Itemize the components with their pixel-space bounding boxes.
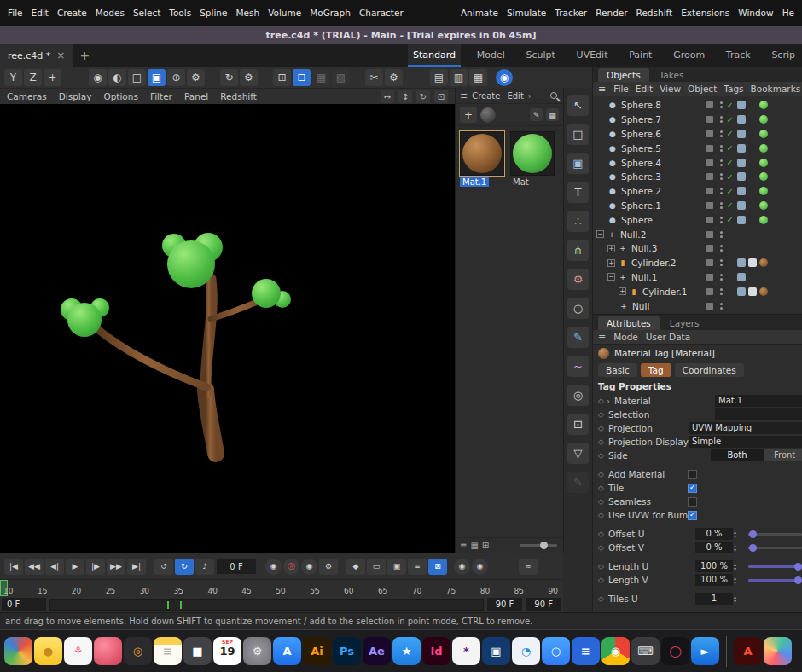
cyberduck-icon[interactable]: ● <box>34 637 62 665</box>
expander-icon[interactable]: − <box>607 273 615 281</box>
document-tab[interactable]: ree.c4d * × <box>0 44 73 67</box>
attribute-value-field[interactable] <box>715 408 802 420</box>
slider-knob[interactable] <box>794 576 802 584</box>
uvw-tag-icon[interactable] <box>748 258 757 267</box>
viewport-menu-item[interactable]: Display <box>59 91 92 101</box>
add-tab-button[interactable]: + <box>73 44 96 67</box>
new-material-button[interactable]: + <box>460 107 477 123</box>
animation-diamond-icon[interactable] <box>598 451 604 460</box>
spinner-arrows[interactable] <box>734 594 741 603</box>
render-region-icon[interactable]: ◐ <box>108 69 126 86</box>
expand-arrow-icon[interactable] <box>607 397 610 406</box>
illustrator-icon[interactable]: Ai <box>303 637 331 665</box>
object-name[interactable]: Sphere <box>621 215 653 225</box>
layout-c-icon[interactable]: ▦ <box>469 69 487 86</box>
phong-tag-icon[interactable] <box>737 287 746 296</box>
material-menu-item[interactable]: Edit <box>507 91 523 101</box>
section-tab[interactable]: Coordinates <box>675 363 744 377</box>
next-key-button[interactable]: ▶▶ <box>107 559 125 575</box>
enabled-check-icon[interactable] <box>727 101 734 110</box>
menu-item[interactable]: Modes <box>91 8 129 18</box>
search-icon[interactable] <box>550 92 557 99</box>
panel-menu-icon[interactable]: ≡ <box>598 332 606 343</box>
autokey-icon[interactable]: Ⓐ <box>283 559 299 575</box>
ipr-window-icon[interactable]: □ <box>128 69 146 86</box>
enabled-check-icon[interactable] <box>727 200 734 210</box>
material-menu-item[interactable]: Create <box>472 91 500 101</box>
phong-tag-icon[interactable] <box>737 258 746 267</box>
range-max-field[interactable]: 90 F <box>526 598 561 611</box>
enabled-check-icon[interactable] <box>727 143 734 153</box>
layout-tab[interactable]: Paint <box>624 44 657 67</box>
snap-icon[interactable]: ⊟ <box>293 69 311 86</box>
animation-diamond-icon[interactable] <box>598 576 604 584</box>
gear-icon[interactable]: ⚙ <box>567 269 589 290</box>
phong-tag-icon[interactable] <box>737 159 746 167</box>
menu-item[interactable]: Mesh <box>231 8 264 18</box>
docs-app-icon[interactable]: ≡ <box>572 637 600 665</box>
viewport-menu-item[interactable]: Panel <box>184 91 208 101</box>
object-name[interactable]: Null.2 <box>620 229 646 240</box>
play-button[interactable]: ▶ <box>66 559 84 575</box>
checkbox[interactable] <box>688 484 697 493</box>
object-row[interactable]: ● Sphere.2 <box>593 184 802 199</box>
knife-icon[interactable]: ✂ <box>365 69 383 86</box>
expander-icon[interactable]: + <box>619 287 626 295</box>
chrome-icon[interactable]: ◉ <box>602 637 630 665</box>
object-row[interactable]: − + Null.1 <box>593 270 802 285</box>
range-start-field[interactable]: 0 F <box>2 598 46 611</box>
slider-knob[interactable] <box>749 544 757 552</box>
points-mode-icon[interactable]: ∴ <box>567 211 589 232</box>
material-tag-icon[interactable] <box>759 201 768 210</box>
enabled-check-icon[interactable] <box>727 115 734 125</box>
menu-item[interactable]: File <box>3 8 27 18</box>
after-effects-icon[interactable]: Ae <box>363 637 391 665</box>
phong-tag-icon[interactable] <box>737 115 746 124</box>
material-tag-icon[interactable] <box>759 187 768 195</box>
layer-color-chip[interactable] <box>706 159 713 166</box>
object-row[interactable]: ● Sphere <box>593 212 802 227</box>
animation-diamond-icon[interactable] <box>598 410 604 419</box>
colorgrid-app-icon[interactable] <box>764 637 792 665</box>
position-key-icon[interactable]: ◆ <box>346 559 365 575</box>
uvw-tag-icon[interactable] <box>748 287 757 296</box>
animation-diamond-icon[interactable] <box>598 562 604 571</box>
modeling-settings-icon[interactable]: ⚙ <box>385 69 403 86</box>
snap-settings-icon[interactable]: ▧ <box>332 69 350 86</box>
layer-color-chip[interactable] <box>706 303 713 310</box>
blue-app-icon[interactable]: ★ <box>392 637 421 665</box>
object-name[interactable]: Sphere.5 <box>621 143 661 154</box>
slack-icon[interactable]: * <box>452 637 480 665</box>
expander-icon[interactable]: + <box>607 245 615 252</box>
enabled-check-icon[interactable] <box>727 158 734 167</box>
menu-item[interactable]: Select <box>129 8 165 18</box>
material-tag-icon[interactable] <box>759 115 768 124</box>
visibility-dots-icon[interactable] <box>720 116 723 123</box>
menu-item[interactable]: Tracker <box>550 8 591 18</box>
fcurve-icon[interactable]: ≈ <box>519 559 538 575</box>
visibility-dots-icon[interactable] <box>720 145 723 152</box>
object-menu-item[interactable]: File <box>613 84 629 94</box>
viewport-3d[interactable] <box>0 104 455 553</box>
launchpad-icon[interactable] <box>4 637 32 665</box>
interactive-render-icon[interactable]: ◉ <box>496 69 513 86</box>
layer-color-chip[interactable] <box>706 188 713 194</box>
photos-icon[interactable]: ⚘ <box>64 637 92 665</box>
move-tool-icon[interactable]: ▣ <box>148 69 166 86</box>
polygon-pen-icon[interactable]: ✎ <box>567 327 589 348</box>
layout-tab[interactable]: Groom <box>668 44 710 67</box>
panel-tab[interactable]: Layers <box>661 316 708 330</box>
ping-pong-icon[interactable]: ↺ <box>154 559 173 575</box>
list-view-icon[interactable]: ≡ <box>460 541 467 550</box>
settings-icon[interactable]: ⚙ <box>243 637 271 665</box>
panel-tab[interactable]: Objects <box>598 68 649 82</box>
checkbox[interactable] <box>688 497 697 507</box>
frame-app-icon[interactable]: ▣ <box>482 637 510 665</box>
section-tab[interactable]: Tag <box>641 363 671 377</box>
material-tag-icon[interactable] <box>759 287 768 296</box>
cappuccino-icon[interactable]: ◉ <box>472 559 488 575</box>
slider-track[interactable] <box>748 547 802 549</box>
phong-tag-icon[interactable] <box>737 101 746 109</box>
object-row[interactable]: ● Sphere.8 <box>593 98 802 113</box>
viewport-menu-item[interactable]: Options <box>103 91 138 101</box>
